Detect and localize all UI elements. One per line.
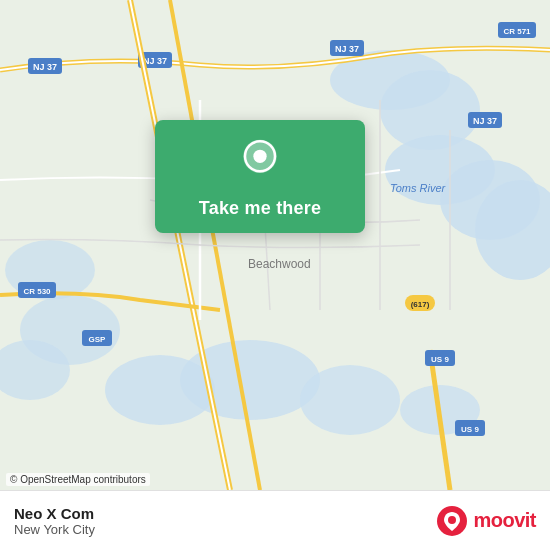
svg-text:CR 571: CR 571: [503, 27, 531, 36]
svg-text:GSP: GSP: [89, 335, 107, 344]
map-background: NJ 37 NJ 37 NJ 37 NJ 37 GSP CR 530 US 9 …: [0, 0, 550, 490]
moovit-brand-icon: [436, 505, 468, 537]
svg-text:Toms River: Toms River: [390, 182, 447, 194]
svg-text:(617): (617): [411, 300, 430, 309]
svg-point-37: [253, 150, 266, 163]
svg-text:US 9: US 9: [461, 425, 479, 434]
app-city: New York City: [14, 522, 95, 537]
osm-attribution: © OpenStreetMap contributors: [6, 473, 150, 486]
location-pin-icon: [235, 138, 285, 188]
map-container: NJ 37 NJ 37 NJ 37 NJ 37 GSP CR 530 US 9 …: [0, 0, 550, 490]
moovit-text: moovit: [473, 509, 536, 532]
svg-text:NJ 37: NJ 37: [335, 44, 359, 54]
svg-text:NJ 37: NJ 37: [33, 62, 57, 72]
moovit-logo[interactable]: moovit: [436, 505, 536, 537]
location-card[interactable]: Take me there: [155, 120, 365, 233]
take-me-there-button[interactable]: Take me there: [199, 198, 321, 219]
svg-point-7: [105, 355, 215, 425]
app-info: Neo X Com New York City: [14, 505, 95, 537]
svg-text:US 9: US 9: [431, 355, 449, 364]
svg-point-8: [300, 365, 400, 435]
svg-point-39: [448, 516, 456, 524]
svg-text:Beachwood: Beachwood: [248, 257, 311, 271]
app-name: Neo X Com: [14, 505, 95, 522]
svg-text:NJ 37: NJ 37: [473, 116, 497, 126]
svg-text:CR 530: CR 530: [23, 287, 51, 296]
bottom-bar: Neo X Com New York City moovit: [0, 490, 550, 550]
svg-text:NJ 37: NJ 37: [143, 56, 167, 66]
